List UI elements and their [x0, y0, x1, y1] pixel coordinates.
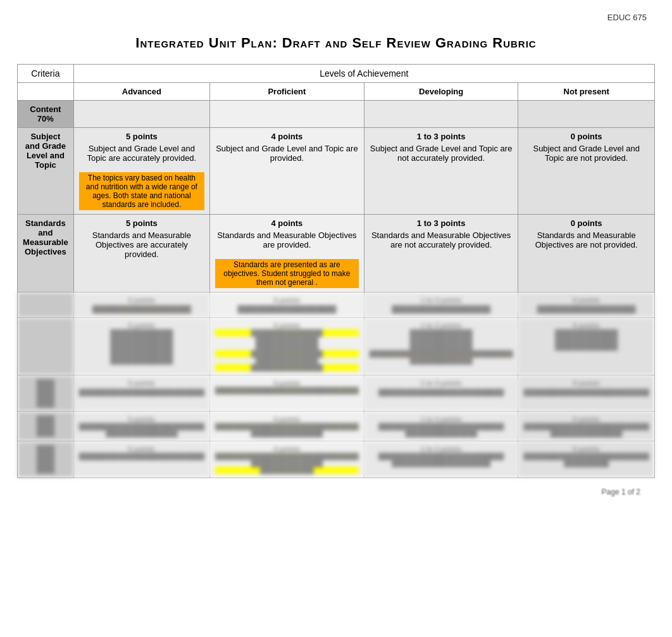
proficient-header: Proficient — [210, 83, 364, 101]
standards-row: Standards and Measurable Objectives 5 po… — [18, 215, 655, 293]
standards-developing: 1 to 3 points Standards and Measurable O… — [364, 215, 518, 293]
blurred-proficient-2: 4 points ████████████████ ██████████████… — [210, 318, 364, 375]
blurred-criteria-4: ████████████ — [18, 412, 74, 441]
criteria-header: Criteria — [18, 65, 74, 83]
subject-grade-row: Subject and Grade Level and Topic 5 poin… — [18, 128, 655, 215]
blurred-row-3: ████████████████ 5 points ██████████████… — [18, 375, 655, 412]
blurred-criteria-1 — [18, 293, 74, 318]
notpresent-header: Not present — [518, 83, 654, 101]
blurred-proficient-5: 4 points ███████████████████████████████… — [210, 441, 364, 478]
blurred-notpresent-1: 0 points ████████████████████ — [518, 293, 654, 318]
blurred-criteria-3: ████████████████ — [18, 375, 74, 412]
standards-criteria: Standards and Measurable Objectives — [18, 215, 74, 293]
blurred-row-2: 5 points ███████████████████████████████… — [18, 318, 655, 375]
blurred-row-5: ████████████████ 5 points ██████████████… — [18, 441, 655, 478]
blurred-proficient-1: 4 points ████████████████████ — [210, 293, 364, 318]
standards-proficient: 4 points Standards and Measurable Object… — [210, 215, 364, 293]
content-pct-developing — [364, 101, 518, 128]
blurred-notpresent-2: 0 points ███████████████████████████████… — [518, 318, 654, 375]
blurred-developing-2: 1 to 3 points ██████████████████████████… — [364, 318, 518, 375]
page-number: Page 1 of 2 — [602, 488, 640, 496]
blurred-advanced-1: 5 points ████████████████████ — [73, 293, 209, 318]
level-header-row: Advanced Proficient Developing Not prese… — [18, 83, 655, 101]
table-header-row: Criteria Levels of Achievement — [18, 65, 655, 83]
page-header: EDUC 675 — [0, 0, 672, 28]
advanced-highlight-text: The topics vary based on health and nutr… — [79, 172, 204, 210]
blurred-row-4: ████████████ 5 points ██████████████████… — [18, 412, 655, 441]
blurred-notpresent-5: 0 points ███████████████████████████████… — [518, 441, 654, 478]
blurred-developing-5: 1 to 3 points ██████████████████████████… — [364, 441, 518, 478]
blurred-developing-3: 1 to 3 points ██████████████████████████… — [364, 375, 518, 412]
content-pct-notpresent — [518, 101, 654, 128]
subject-grade-notpresent: 0 points Subject and Grade Level and Top… — [518, 128, 654, 215]
content-pct-proficient — [210, 101, 364, 128]
blurred-criteria-5: ████████████████ — [18, 441, 74, 478]
content-pct-row: Content 70% — [18, 101, 655, 128]
advanced-header: Advanced — [73, 83, 209, 101]
course-code: EDUC 675 — [607, 13, 647, 22]
blurred-advanced-2: 5 points ███████████████████████████████… — [73, 318, 209, 375]
levels-header: Levels of Achievement — [73, 65, 654, 83]
blurred-proficient-4: 4 points ███████████████████████████████… — [210, 412, 364, 441]
page-footer: Page 1 of 2 — [0, 478, 672, 506]
blurred-criteria-2 — [18, 318, 74, 375]
developing-header: Developing — [364, 83, 518, 101]
standards-advanced: 5 points Standards and Measurable Object… — [73, 215, 209, 293]
subject-grade-criteria: Subject and Grade Level and Topic — [18, 128, 74, 215]
blurred-proficient-3: 4 points ███████████████████████████████… — [210, 375, 364, 412]
blurred-row-1: 5 points ████████████████████ 4 points █… — [18, 293, 655, 318]
subject-grade-proficient: 4 points Subject and Grade Level and Top… — [210, 128, 364, 215]
proficient-highlight-text: Standards are presented as are objective… — [215, 259, 359, 288]
criteria-sub-header — [18, 83, 74, 101]
blurred-advanced-4: 5 points ███████████████████████████████… — [73, 412, 209, 441]
rubric-table: Criteria Levels of Achievement Advanced … — [17, 64, 655, 478]
blurred-notpresent-4: 0 points ███████████████████████████████… — [518, 412, 654, 441]
content-pct-advanced — [73, 101, 209, 128]
subject-grade-developing: 1 to 3 points Subject and Grade Level an… — [364, 128, 518, 215]
subject-grade-advanced: 5 points Subject and Grade Level and Top… — [73, 128, 209, 215]
blurred-developing-1: 1 to 3 points ████████████████████ — [364, 293, 518, 318]
content-pct-label: Content 70% — [18, 101, 74, 128]
blurred-notpresent-3: 0 points ████████████████████████████ — [518, 375, 654, 412]
blurred-advanced-3: 5 points ████████████████████████████ — [73, 375, 209, 412]
standards-notpresent: 0 points Standards and Measurable Object… — [518, 215, 654, 293]
blurred-developing-4: 1 to 3 points ██████████████████████████… — [364, 412, 518, 441]
page-title: Integrated Unit Plan: Draft and Self Rev… — [0, 35, 672, 51]
blurred-advanced-5: 5 points ████████████████████████████ — [73, 441, 209, 478]
